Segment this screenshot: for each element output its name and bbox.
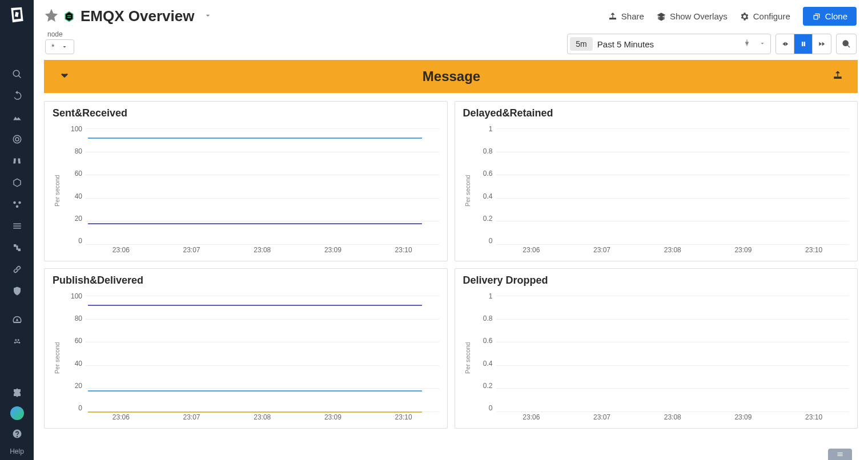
svg-point-0 — [13, 201, 16, 204]
node-variable-label: node — [45, 30, 74, 38]
chart-xtick: 23:06 — [523, 413, 540, 423]
rewind-button[interactable] — [776, 34, 794, 54]
flow-icon[interactable] — [9, 240, 25, 256]
chart-ytick: 100 — [62, 125, 86, 133]
chart-title: Delayed&Retained — [463, 107, 850, 119]
nodes-icon[interactable] — [9, 196, 25, 212]
chart-panel[interactable]: Sent&ReceivedPer second10080604020023:06… — [44, 101, 448, 261]
chart-xtick: 23:07 — [593, 246, 610, 256]
chart-ytick: 0.2 — [472, 382, 496, 390]
chart-ytick: 0.6 — [472, 337, 496, 345]
chart-ylabel: Per second — [53, 125, 62, 256]
binoculars-icon[interactable] — [9, 153, 25, 169]
configure-label: Configure — [753, 11, 790, 21]
puzzle-icon[interactable] — [9, 385, 25, 401]
pause-button[interactable] — [794, 34, 813, 54]
chart-series-line — [88, 305, 422, 306]
chart-series-line — [88, 411, 422, 413]
chart-ytick: 0.6 — [472, 170, 496, 177]
chart-ylabel: Per second — [463, 292, 472, 423]
title-dropdown-icon[interactable] — [203, 11, 212, 22]
svg-point-5 — [16, 341, 18, 343]
section-header: Message — [44, 60, 858, 93]
history-icon[interactable] — [9, 88, 25, 104]
chart-xtick: 23:08 — [664, 413, 681, 423]
chart-xtick: 23:10 — [805, 413, 822, 423]
zoom-out-button[interactable] — [836, 34, 857, 54]
gauge-icon[interactable] — [9, 312, 25, 328]
svg-point-3 — [15, 339, 17, 341]
clone-button[interactable]: Clone — [803, 7, 857, 26]
time-range-picker[interactable]: 5m Past 5 Minutes — [567, 34, 771, 54]
chart-ytick: 0 — [62, 404, 86, 412]
svg-point-2 — [15, 205, 18, 208]
chart-ytick: 0 — [472, 404, 496, 412]
chart-panel[interactable]: Publish&DeliveredPer second1008060402002… — [44, 268, 448, 429]
link-icon[interactable] — [9, 261, 25, 277]
pin-icon[interactable] — [740, 39, 754, 49]
section-collapse-icon[interactable] — [59, 70, 70, 83]
configure-button[interactable]: Configure — [740, 11, 790, 21]
forward-button[interactable] — [813, 34, 831, 54]
chart-ytick: 0 — [472, 237, 496, 245]
shield-icon[interactable] — [9, 283, 25, 299]
chart-ytick: 0 — [62, 237, 86, 245]
svg-point-6 — [14, 342, 15, 344]
chart-ytick: 1 — [472, 292, 496, 300]
share-button[interactable]: Share — [608, 11, 644, 21]
chart-xtick: 23:10 — [395, 246, 412, 256]
time-range-caret-icon[interactable] — [754, 39, 770, 49]
chart-title: Sent&Received — [53, 107, 439, 119]
left-sidebar: Help — [0, 0, 34, 460]
node-variable-dropdown[interactable]: * — [45, 39, 74, 54]
time-range-text: Past 5 Minutes — [597, 39, 740, 49]
chart-xtick: 23:06 — [523, 246, 540, 256]
section-export-icon[interactable] — [833, 70, 843, 83]
bug-icon[interactable] — [9, 333, 25, 349]
page-header: EMQX Overview Share Show Overlays Config… — [34, 0, 868, 30]
chart-title: Delivery Dropped — [463, 275, 850, 287]
target-icon[interactable] — [9, 131, 25, 147]
svg-point-4 — [17, 339, 19, 341]
chart-ytick: 0.8 — [472, 314, 496, 322]
chart-panel[interactable]: Delivery DroppedPer second10.80.60.40.20… — [455, 268, 858, 429]
dashboards-icon[interactable] — [9, 110, 25, 126]
help-label: Help — [10, 447, 24, 455]
chart-ytick: 20 — [62, 382, 86, 390]
svg-point-1 — [18, 201, 21, 204]
chart-ytick: 60 — [62, 337, 86, 345]
cube-icon[interactable] — [9, 175, 25, 191]
chart-xtick: 23:10 — [805, 246, 822, 256]
time-range-badge: 5m — [570, 37, 592, 51]
chart-ytick: 0.4 — [472, 360, 496, 368]
chart-xtick: 23:08 — [254, 246, 271, 256]
chart-ytick: 0.4 — [472, 192, 496, 200]
user-avatar[interactable] — [10, 406, 24, 420]
chart-xtick: 23:09 — [324, 413, 341, 423]
chart-xtick: 23:09 — [324, 246, 341, 256]
list-icon[interactable] — [9, 218, 25, 234]
playback-controls — [775, 34, 831, 54]
overlays-label: Show Overlays — [670, 11, 728, 21]
chart-xtick: 23:09 — [734, 246, 752, 256]
chart-ytick: 0.8 — [472, 147, 496, 155]
chart-panel[interactable]: Delayed&RetainedPer second10.80.60.40.20… — [455, 101, 858, 261]
overlays-button[interactable]: Show Overlays — [657, 11, 728, 21]
share-label: Share — [621, 11, 644, 21]
search-icon[interactable] — [9, 66, 25, 82]
integration-hex-icon — [63, 11, 75, 22]
bottom-list-tab[interactable] — [828, 449, 852, 460]
page-title: EMQX Overview — [81, 7, 194, 25]
datadog-logo[interactable] — [6, 3, 29, 26]
chart-xtick: 23:07 — [183, 413, 200, 423]
chart-ylabel: Per second — [463, 125, 472, 256]
chart-xtick: 23:10 — [395, 413, 412, 423]
chart-ytick: 40 — [62, 192, 86, 200]
svg-point-7 — [18, 342, 20, 344]
charts-grid: Sent&ReceivedPer second10080604020023:06… — [34, 93, 868, 429]
favorite-star-icon[interactable] — [45, 9, 58, 24]
help-icon[interactable] — [9, 426, 25, 442]
chart-series-line — [88, 138, 422, 139]
chevron-down-icon — [61, 43, 68, 50]
subheader: node * 5m Past 5 Minutes — [34, 30, 868, 60]
